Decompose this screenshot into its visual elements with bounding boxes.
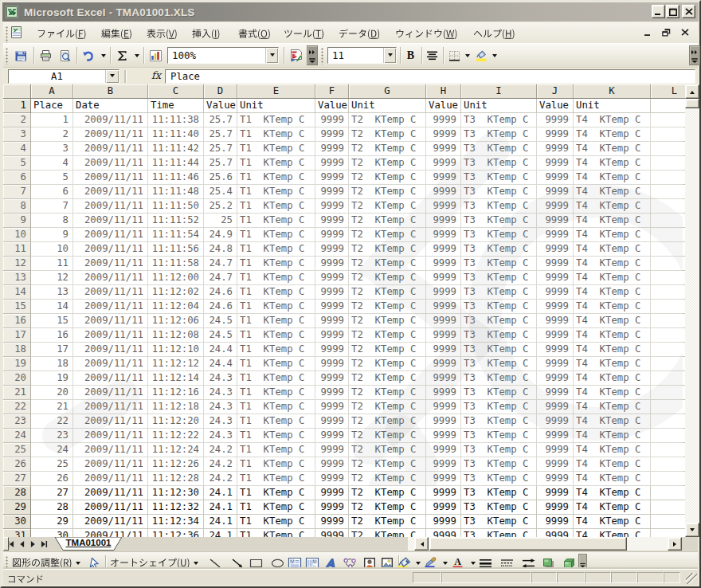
- cell[interactable]: 9999: [426, 228, 461, 242]
- cell[interactable]: 9999: [426, 343, 461, 357]
- toolbar-options-chevron-icon[interactable]: [307, 47, 317, 65]
- cell[interactable]: 9999: [315, 285, 349, 300]
- cell[interactable]: T2 KTemp C: [349, 214, 426, 228]
- cell[interactable]: 9999: [426, 515, 461, 529]
- cell[interactable]: 9999: [426, 328, 461, 343]
- cell[interactable]: T1 KTemp C: [237, 127, 315, 142]
- cell[interactable]: [651, 199, 685, 214]
- cell[interactable]: 24.8: [204, 242, 237, 257]
- cell[interactable]: 9999: [426, 285, 461, 300]
- cell[interactable]: T4 KTemp C: [574, 142, 651, 156]
- cell[interactable]: T1 KTemp C: [237, 185, 315, 199]
- cell[interactable]: T3 KTemp C: [461, 371, 537, 386]
- cell[interactable]: 24.2: [204, 443, 237, 457]
- cell[interactable]: 2009/11/11: [73, 127, 148, 142]
- cell[interactable]: T3 KTemp C: [461, 185, 537, 199]
- name-box-value[interactable]: A1: [9, 70, 105, 83]
- cell[interactable]: 24.3: [204, 400, 237, 414]
- font-size-dropdown-arrow[interactable]: [383, 48, 396, 63]
- cell[interactable]: 9999: [315, 199, 349, 214]
- cell[interactable]: T2 KTemp C: [349, 343, 426, 357]
- menu-item-format[interactable]: [238, 27, 271, 41]
- cell[interactable]: T3 KTemp C: [461, 328, 537, 343]
- cell[interactable]: T1 KTemp C: [237, 457, 315, 472]
- cell[interactable]: 2009/11/11: [73, 171, 148, 185]
- menu-item-data[interactable]: [339, 27, 380, 41]
- cell[interactable]: 9999: [426, 371, 461, 386]
- cell[interactable]: T2 KTemp C: [349, 429, 426, 443]
- cell[interactable]: T4 KTemp C: [574, 156, 651, 171]
- cell[interactable]: T4 KTemp C: [574, 386, 651, 400]
- cell[interactable]: T2 KTemp C: [349, 486, 426, 500]
- cell[interactable]: T2 KTemp C: [349, 500, 426, 515]
- cell[interactable]: T4 KTemp C: [574, 429, 651, 443]
- cell[interactable]: T4 KTemp C: [574, 171, 651, 185]
- horizontal-scroll-thumb[interactable]: [429, 537, 627, 551]
- cell[interactable]: 2009/11/11: [73, 429, 148, 443]
- cell[interactable]: 2009/11/11: [73, 328, 148, 343]
- cell[interactable]: T3 KTemp C: [461, 357, 537, 371]
- cell[interactable]: 24.1: [204, 500, 237, 515]
- row-header-27[interactable]: 27: [3, 472, 30, 486]
- cell[interactable]: 24: [31, 443, 73, 457]
- cell[interactable]: 2009/11/11: [73, 199, 148, 214]
- cell[interactable]: [651, 400, 685, 414]
- cell[interactable]: Value: [426, 99, 461, 113]
- cell[interactable]: 16: [31, 328, 73, 343]
- row-header-14[interactable]: 14: [3, 285, 30, 300]
- cell[interactable]: T1 KTemp C: [237, 486, 315, 500]
- cell[interactable]: T3 KTemp C: [461, 400, 537, 414]
- cell[interactable]: 11:12:34: [148, 515, 204, 529]
- cell[interactable]: 24.3: [204, 414, 237, 429]
- cell[interactable]: T3 KTemp C: [461, 127, 537, 142]
- cell[interactable]: 8: [31, 214, 73, 228]
- cell[interactable]: 2009/11/11: [73, 371, 148, 386]
- cell[interactable]: 2009/11/11: [73, 400, 148, 414]
- cell[interactable]: [651, 343, 685, 357]
- cell[interactable]: 11:11:54: [148, 228, 204, 242]
- cell[interactable]: T4 KTemp C: [574, 486, 651, 500]
- toolbar-options-divider[interactable]: [307, 45, 318, 65]
- cell[interactable]: T3 KTemp C: [461, 142, 537, 156]
- print-preview-button[interactable]: [56, 46, 74, 65]
- cell[interactable]: 2009/11/11: [73, 142, 148, 156]
- cell[interactable]: 9999: [537, 300, 574, 314]
- cell[interactable]: 9999: [315, 529, 349, 537]
- cell[interactable]: 24.6: [204, 285, 237, 300]
- formula-input[interactable]: Place: [165, 69, 695, 84]
- cell[interactable]: T4 KTemp C: [574, 371, 651, 386]
- cell[interactable]: 2009/11/11: [73, 486, 148, 500]
- cell[interactable]: T4 KTemp C: [574, 529, 651, 537]
- cell[interactable]: 9999: [315, 271, 349, 285]
- cell[interactable]: 9999: [426, 400, 461, 414]
- cell[interactable]: T2 KTemp C: [349, 127, 426, 142]
- cell[interactable]: 19: [31, 371, 73, 386]
- row-header-18[interactable]: 18: [3, 343, 30, 357]
- column-header-A[interactable]: A: [31, 84, 73, 99]
- cell[interactable]: T1 KTemp C: [237, 214, 315, 228]
- last-sheet-button[interactable]: [38, 538, 49, 551]
- cell[interactable]: Unit: [349, 99, 426, 113]
- menu-item-window[interactable]: [395, 27, 457, 41]
- cell[interactable]: T2 KTemp C: [349, 328, 426, 343]
- cell[interactable]: T3 KTemp C: [461, 529, 537, 537]
- cell[interactable]: 11:11:38: [148, 113, 204, 127]
- scroll-down-button[interactable]: [685, 523, 699, 537]
- cell[interactable]: [651, 257, 685, 271]
- cell[interactable]: 7: [31, 199, 73, 214]
- cell[interactable]: 9999: [315, 242, 349, 257]
- row-header-25[interactable]: 25: [3, 443, 30, 457]
- cell[interactable]: T2 KTemp C: [349, 271, 426, 285]
- cell[interactable]: 9999: [537, 457, 574, 472]
- cell[interactable]: T1 KTemp C: [237, 357, 315, 371]
- cell[interactable]: 25.7: [204, 127, 237, 142]
- cell[interactable]: 9999: [537, 113, 574, 127]
- cell[interactable]: T1 KTemp C: [237, 429, 315, 443]
- row-header-1[interactable]: 1: [3, 99, 30, 113]
- cell[interactable]: T2 KTemp C: [349, 457, 426, 472]
- cell[interactable]: T2 KTemp C: [349, 113, 426, 127]
- cell[interactable]: T2 KTemp C: [349, 371, 426, 386]
- cell[interactable]: Unit: [237, 99, 315, 113]
- cell[interactable]: 9999: [426, 142, 461, 156]
- cell[interactable]: [651, 156, 685, 171]
